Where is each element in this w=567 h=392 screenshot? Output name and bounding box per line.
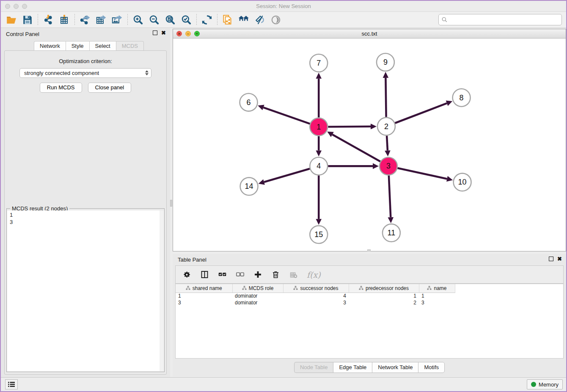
graph-edge-2-9[interactable] — [385, 78, 386, 117]
close-panel-button[interactable]: Close panel — [88, 83, 132, 93]
edge-arrowhead — [259, 179, 265, 185]
graph-node-11[interactable]: 11 — [383, 224, 400, 242]
window-title: Session: New Session — [1, 3, 566, 9]
graph-node-8[interactable]: 8 — [453, 89, 471, 107]
column-header-MCDS-role[interactable]: MCDS role — [232, 284, 283, 293]
search-icon — [441, 17, 448, 23]
tab-style[interactable]: Style — [66, 41, 89, 51]
table-cell[interactable]: 2 — [349, 299, 419, 306]
close-window-button[interactable] — [5, 4, 10, 9]
zoom-fit-button[interactable] — [162, 13, 178, 27]
export-table-button[interactable] — [93, 13, 109, 27]
float-table-panel-icon[interactable] — [549, 257, 553, 261]
table-cell[interactable]: 1 — [349, 293, 419, 299]
import-network-button[interactable] — [40, 13, 56, 27]
export-network-button[interactable] — [77, 13, 93, 27]
tab-motifs[interactable]: Motifs — [418, 362, 445, 373]
table-cell[interactable]: dominator — [232, 293, 283, 299]
apply-layout-button[interactable] — [199, 13, 215, 27]
graph-edge-2-8[interactable] — [395, 103, 447, 123]
first-neighbors-button[interactable] — [236, 13, 252, 27]
tab-network-table[interactable]: Network Table — [372, 362, 418, 373]
create-column-button[interactable] — [253, 270, 262, 279]
node-label: 8 — [460, 94, 464, 102]
graph-node-4[interactable]: 4 — [310, 157, 328, 175]
mcds-result-text[interactable]: 1 3 — [7, 210, 164, 371]
export-image-button[interactable] — [109, 13, 125, 27]
graph-node-7[interactable]: 7 — [310, 54, 328, 72]
graph-node-14[interactable]: 14 — [240, 177, 258, 195]
table-cell[interactable]: 1 — [419, 293, 455, 299]
zoom-in-button[interactable] — [130, 13, 146, 27]
network-minimize-button[interactable]: − — [185, 31, 191, 36]
float-panel-icon[interactable] — [153, 30, 157, 35]
tab-node-table[interactable]: Node Table — [294, 362, 333, 373]
column-header-shared-name[interactable]: shared name — [176, 284, 232, 293]
graph-edge-1-2[interactable] — [328, 127, 371, 127]
table-cell[interactable]: 4 — [283, 293, 349, 299]
network-close-button[interactable]: ✕ — [176, 31, 182, 36]
tab-select[interactable]: Select — [89, 41, 116, 51]
open-session-button[interactable] — [3, 13, 19, 27]
column-header-predecessor-nodes[interactable]: predecessor nodes — [349, 284, 419, 293]
select-all-button[interactable] — [218, 270, 227, 279]
optimization-criterion-select[interactable]: strongly connected component — [19, 68, 151, 78]
column-header-name[interactable]: name — [419, 284, 455, 293]
table-row[interactable]: 1dominator411 — [176, 293, 455, 299]
graph-node-9[interactable]: 9 — [377, 53, 394, 71]
table-cell[interactable]: 1 — [176, 293, 232, 299]
clone-network-button[interactable] — [220, 13, 236, 27]
zoom-out-button[interactable] — [146, 13, 162, 27]
graph-edge-4-14[interactable] — [264, 169, 310, 182]
toggle-labels-button[interactable] — [252, 13, 268, 27]
result-scrollbar[interactable] — [160, 210, 164, 371]
column-sort-icon — [427, 286, 432, 290]
graph-node-15[interactable]: 15 — [310, 226, 328, 243]
table-cell[interactable]: 3 — [419, 299, 455, 306]
network-canvas[interactable]: 7968124314101511 — [173, 39, 566, 251]
tab-mcds[interactable]: MCDS — [116, 41, 144, 51]
graph-edge-2-3[interactable] — [387, 136, 388, 151]
node-label: 1 — [317, 123, 321, 131]
graph-node-1[interactable]: 1 — [310, 118, 328, 136]
graph-node-3[interactable]: 3 — [380, 157, 397, 175]
tab-network[interactable]: Network — [34, 41, 66, 51]
tab-edge-table[interactable]: Edge Table — [333, 362, 372, 373]
network-maximize-button[interactable]: + — [194, 31, 200, 36]
toolbar-separator — [127, 14, 128, 26]
search-box[interactable] — [438, 14, 562, 25]
table-row[interactable]: 3dominator323 — [176, 299, 455, 306]
splitter-grip[interactable] — [170, 200, 172, 207]
graph-node-2[interactable]: 2 — [377, 118, 395, 135]
deselect-all-button[interactable] — [236, 270, 245, 279]
zoom-selected-button[interactable] — [178, 13, 194, 27]
graph-edge-3-1[interactable] — [332, 135, 380, 162]
optimization-criterion-label: Optimization criterion: — [5, 58, 166, 64]
graph-edge-3-11[interactable] — [389, 175, 391, 217]
table-cell[interactable]: 3 — [283, 299, 349, 306]
graph-node-6[interactable]: 6 — [240, 94, 258, 111]
network-window-titlebar[interactable]: ✕ − + scc.txt — [173, 29, 566, 39]
minimize-window-button[interactable] — [14, 4, 19, 9]
task-history-button[interactable] — [5, 379, 18, 389]
save-session-button[interactable] — [19, 13, 36, 27]
close-panel-icon[interactable]: ✖ — [161, 30, 166, 35]
graph-edge-1-6[interactable] — [263, 108, 310, 124]
graph-edge-3-10[interactable] — [397, 168, 447, 179]
close-table-panel-icon[interactable]: ✖ — [557, 257, 562, 261]
graph-node-10[interactable]: 10 — [454, 173, 471, 191]
show-hide-button[interactable] — [268, 13, 284, 27]
splitter-grip-horizontal[interactable] — [367, 249, 371, 251]
maximize-window-button[interactable] — [22, 4, 27, 9]
table-cell[interactable]: 3 — [176, 299, 232, 306]
table-cell[interactable]: dominator — [232, 299, 283, 306]
memory-button[interactable]: Memory — [527, 379, 563, 389]
delete-column-button[interactable] — [271, 270, 280, 279]
run-mcds-button[interactable]: Run MCDS — [40, 83, 82, 93]
open-folder-icon — [6, 14, 17, 25]
column-header-successor-nodes[interactable]: successor nodes — [283, 284, 349, 293]
table-settings-button[interactable] — [182, 270, 191, 279]
import-table-button[interactable] — [56, 13, 72, 27]
show-columns-button[interactable] — [200, 270, 209, 279]
search-input[interactable] — [449, 17, 559, 23]
